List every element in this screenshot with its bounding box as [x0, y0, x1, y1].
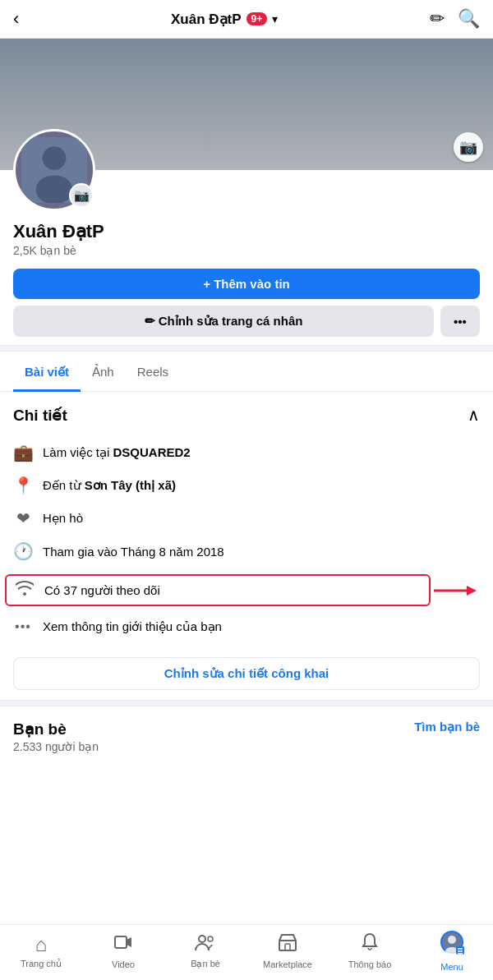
- nav-video[interactable]: Video: [99, 932, 148, 969]
- ban-be-title: Bạn bè: [13, 720, 99, 738]
- video-icon: [113, 932, 133, 957]
- camera-icon: 📷: [74, 188, 90, 203]
- followers-icon: [15, 581, 35, 600]
- marketplace-label: Marketplace: [263, 959, 312, 969]
- camera-icon: 📷: [459, 138, 477, 156]
- tab-posts[interactable]: Bài viết: [13, 355, 81, 392]
- svg-rect-9: [279, 941, 296, 950]
- about-text: Xem thông tin giới thiệu của bạn: [43, 619, 222, 634]
- home-label: Trang chủ: [21, 959, 62, 969]
- ban-be-section: Bạn bè 2.533 người bạn Tìm bạn bè: [0, 706, 493, 760]
- tab-reels[interactable]: Reels: [126, 355, 180, 392]
- avatar-wrapper: 📷: [13, 129, 95, 211]
- friends-label: Bạn bè: [191, 959, 220, 969]
- home-icon: ⌂: [35, 933, 48, 956]
- svg-point-2: [36, 175, 73, 203]
- detail-work: 💼 Làm việc tại DSQUARED2: [13, 436, 480, 469]
- friends-icon: [195, 933, 216, 956]
- ban-be-count: 2.533 người bạn: [13, 740, 99, 753]
- profile-tabs: Bài viết Ảnh Reels: [0, 352, 493, 392]
- top-nav-right: ✏ 🔍: [430, 8, 480, 30]
- edit-profile-button[interactable]: ✏ Chỉnh sửa trang cá nhân: [13, 306, 434, 337]
- detail-about: ••• Xem thông tin giới thiệu của bạn: [13, 613, 480, 641]
- menu-avatar-icon: [440, 930, 464, 959]
- nav-marketplace[interactable]: Marketplace: [263, 932, 312, 969]
- add-story-button[interactable]: + Thêm vào tin: [13, 269, 480, 299]
- find-friends-link[interactable]: Tìm bạn bè: [414, 720, 480, 734]
- friends-count: 2,5K bạn bè: [13, 244, 480, 257]
- detail-hometown: 📍 Đến từ Sơn Tây (thị xã): [13, 469, 480, 502]
- chi-tiet-header: Chi tiết ∧: [13, 405, 480, 425]
- profile-username: Xuân ĐạtP: [13, 221, 480, 242]
- chi-tiet-chevron[interactable]: ∧: [468, 405, 480, 425]
- marketplace-icon: [278, 932, 297, 957]
- section-divider: [0, 345, 493, 352]
- svg-rect-5: [115, 936, 127, 948]
- edit-public-button[interactable]: Chỉnh sửa chi tiết công khai: [13, 657, 480, 690]
- hometown-text: Đến từ Sơn Tây (thị xã): [43, 478, 176, 493]
- svg-point-7: [199, 936, 205, 942]
- notification-icon: [361, 932, 379, 957]
- nav-friends[interactable]: Bạn bè: [181, 933, 230, 969]
- svg-point-1: [43, 146, 67, 170]
- top-nav-center: Xuân ĐạtP 9+ ▾: [171, 11, 278, 28]
- tab-reels-label: Reels: [137, 365, 168, 379]
- detail-followers: Có 37 người theo dõi: [5, 574, 431, 606]
- section-divider-2: [0, 700, 493, 706]
- clock-icon: 🕐: [13, 541, 33, 561]
- btn-row: ✏ Chỉnh sửa trang cá nhân •••: [13, 306, 480, 337]
- more-button[interactable]: •••: [440, 306, 480, 337]
- ban-be-left: Bạn bè 2.533 người bạn: [13, 720, 99, 753]
- nav-menu[interactable]: Menu: [427, 930, 477, 972]
- red-arrow: [431, 579, 480, 602]
- location-icon: 📍: [13, 476, 33, 495]
- edit-icon[interactable]: ✏: [430, 8, 445, 30]
- search-icon[interactable]: 🔍: [458, 8, 480, 30]
- work-text: Làm việc tại DSQUARED2: [43, 445, 191, 460]
- notification-badge: 9+: [246, 12, 268, 25]
- relationship-text: Hẹn hò: [43, 511, 83, 526]
- nav-notifications[interactable]: Thông báo: [345, 932, 394, 969]
- svg-marker-4: [467, 586, 477, 596]
- profile-name-nav: Xuân ĐạtP: [171, 11, 242, 28]
- chi-tiet-section: Chi tiết ∧ 💼 Làm việc tại DSQUARED2 📍 Đế…: [0, 392, 493, 647]
- svg-point-8: [208, 936, 213, 941]
- action-buttons: + Thêm vào tin ✏ Chỉnh sửa trang cá nhân…: [0, 260, 493, 345]
- notification-label: Thông báo: [348, 959, 392, 969]
- video-label: Video: [112, 959, 135, 969]
- more-icon: •••: [13, 619, 33, 634]
- svg-rect-10: [285, 944, 290, 950]
- tab-photos[interactable]: Ảnh: [81, 355, 126, 392]
- detail-relationship: ❤ Hẹn hò: [13, 502, 480, 535]
- detail-join-date: 🕐 Tham gia vào Tháng 8 năm 2018: [13, 535, 480, 568]
- cover-camera-button[interactable]: 📷: [454, 132, 483, 162]
- svg-point-12: [448, 936, 456, 944]
- chi-tiet-title: Chi tiết: [13, 406, 67, 425]
- menu-label: Menu: [440, 962, 463, 972]
- avatar-camera-button[interactable]: 📷: [69, 183, 94, 208]
- tab-photos-label: Ảnh: [92, 365, 114, 379]
- bottom-nav: ⌂ Trang chủ Video Bạn bè Marketplace: [0, 924, 493, 980]
- nav-home[interactable]: ⌂ Trang chủ: [16, 933, 66, 969]
- heart-icon: ❤: [13, 508, 33, 528]
- back-button[interactable]: ‹: [13, 8, 19, 30]
- followers-text: Có 37 người theo dõi: [44, 583, 160, 598]
- profile-info: Xuân ĐạtP 2,5K bạn bè: [0, 214, 493, 260]
- tab-posts-label: Bài viết: [25, 365, 69, 379]
- chevron-down-icon[interactable]: ▾: [272, 12, 278, 25]
- join-date-text: Tham gia vào Tháng 8 năm 2018: [43, 545, 224, 559]
- work-icon: 💼: [13, 443, 33, 462]
- top-nav: ‹ Xuân ĐạtP 9+ ▾ ✏ 🔍: [0, 0, 493, 39]
